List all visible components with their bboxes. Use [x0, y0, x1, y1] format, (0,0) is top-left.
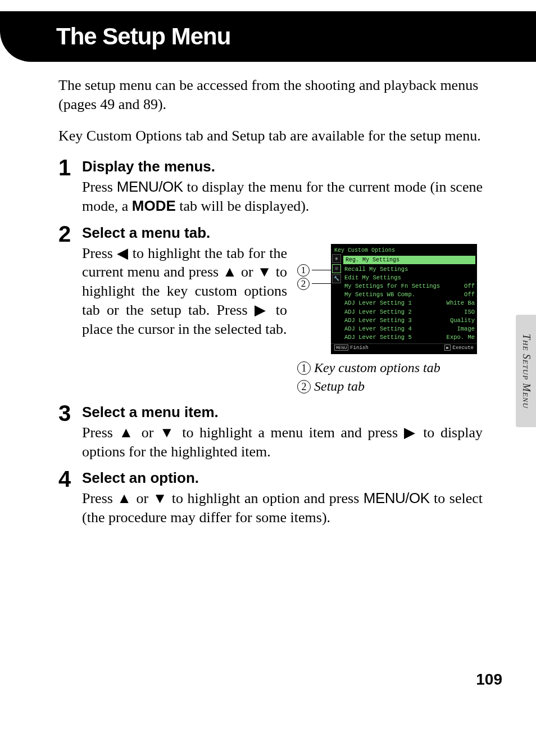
page-number: 109 [476, 671, 502, 689]
callout-2: 2 [297, 278, 331, 290]
side-tab-label: The Setup Menu [520, 334, 532, 409]
figure-legend: 1 Key custom options tab 2 Setup tab [297, 359, 483, 395]
lcd-row: ADJ Lever Setting 5Expo. Me [331, 333, 477, 342]
step-heading: Select a menu tab. [82, 224, 483, 243]
camera-lcd: Key Custom Options ◉ ⚙ 🔧 Reg. My Setting… [331, 244, 477, 355]
section-side-tab: The Setup Menu [516, 315, 536, 427]
menu-ok-label: MENU/OK [117, 178, 183, 195]
step-4: 4 Select an option. Press ▲ or ▼ to high… [58, 469, 483, 527]
lcd-row: Edit My Settings [331, 274, 477, 282]
page-title: The Setup Menu [56, 23, 230, 50]
step-number: 4 [58, 468, 82, 527]
lcd-row: ADJ Lever Setting 3Quality [331, 316, 477, 325]
lcd-row: My Settings for Fn SettingsOff [331, 282, 477, 291]
lcd-row: ADJ Lever Setting 1White Ba [331, 299, 477, 307]
step-number: 3 [58, 402, 82, 461]
lcd-tab-shooting-icon: ◉ [332, 254, 341, 263]
lcd-footer: MENUFinish ▶Execute [331, 343, 477, 353]
lcd-row: My Settings WB Comp.Off [331, 291, 477, 299]
lcd-tab-setup-icon: 🔧 [332, 274, 341, 283]
intro-paragraph-2: Key Custom Options tab and Setup tab are… [58, 126, 483, 146]
mode-label: MODE [132, 197, 176, 214]
lcd-row: Recall My Settings [331, 265, 477, 274]
intro-paragraph-1: The setup menu can be accessed from the … [58, 76, 483, 114]
page-header: The Setup Menu [0, 11, 536, 62]
step-2: 2 Select a menu tab. Press ◀ to highligh… [58, 224, 483, 395]
step-heading: Display the menus. [82, 157, 483, 176]
step-number: 2 [58, 223, 82, 395]
lcd-tab-column: ◉ ⚙ 🔧 [332, 254, 342, 284]
step-heading: Select a menu item. [82, 403, 483, 422]
lcd-highlight-row: Reg. My Settings [343, 256, 475, 264]
lcd-row: ADJ Lever Setting 4Image [331, 325, 477, 333]
menu-ok-label: MENU/OK [364, 490, 430, 506]
step-number: 1 [58, 156, 82, 215]
step-text: Press ◀ to highlight the tab for the cur… [82, 244, 287, 395]
step-1: 1 Display the menus. Press MENU/OK to di… [58, 157, 483, 215]
step-text: Press ▲ or ▼ to highlight a menu item an… [82, 423, 483, 461]
step-heading: Select an option. [82, 469, 483, 488]
page-content: The setup menu can be accessed from the … [58, 76, 483, 535]
step-3: 3 Select a menu item. Press ▲ or ▼ to hi… [58, 403, 483, 461]
lcd-title: Key Custom Options [331, 246, 477, 255]
lcd-row: ADJ Lever Setting 2ISO [331, 308, 477, 316]
step-text: Press MENU/OK to display the menu for th… [82, 178, 483, 216]
step-text: Press ▲ or ▼ to highlight an option and … [82, 489, 483, 527]
step2-figure: 1 2 Key Custom Options ◉ ⚙ 🔧 Reg. My Set… [297, 244, 483, 395]
lcd-tab-keycustom-icon: ⚙ [332, 264, 341, 273]
callout-1: 1 [297, 264, 331, 277]
